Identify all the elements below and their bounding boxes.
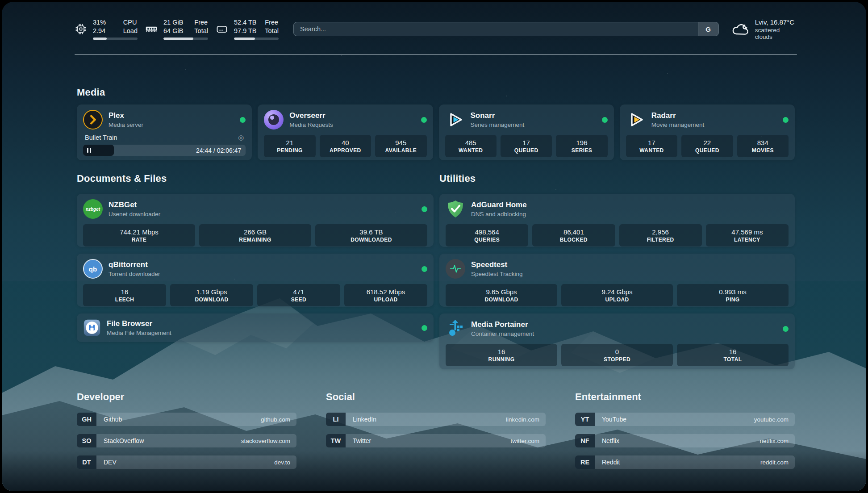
cpu-load-label: Load xyxy=(123,27,138,35)
bookmark-abbr: SO xyxy=(77,434,96,447)
bookmark-group-entertainment: Entertainment YT YouTube youtube.com NF … xyxy=(575,391,795,477)
bookmark-link-reddit[interactable]: RE Reddit reddit.com xyxy=(575,455,795,469)
bookmark-url: dev.to xyxy=(274,455,296,469)
cpu-usage-value: 31% xyxy=(93,18,106,27)
cpu-stat-widget: 31% 2.94 CPU Load xyxy=(75,18,138,40)
app-subtitle: Container management xyxy=(471,330,534,337)
stat-approved: 40APPROVED xyxy=(320,135,371,157)
status-dot xyxy=(783,326,789,332)
bookmark-url: stackoverflow.com xyxy=(241,434,296,447)
bookmark-url: reddit.com xyxy=(760,455,795,469)
stat-filtered: 2,956FILTERED xyxy=(619,224,702,246)
bookmark-link-youtube[interactable]: YT YouTube youtube.com xyxy=(575,413,795,426)
app-subtitle: Movie management xyxy=(651,121,705,128)
stat-downloaded: 39.6 TBDOWNLOADED xyxy=(315,224,427,246)
app-card-speedtest[interactable]: Speedtest Speedtest Tracking 9.65 GbpsDO… xyxy=(439,254,795,307)
cpu-progress-bar xyxy=(93,38,138,40)
app-subtitle: Media File Management xyxy=(107,330,171,336)
stat-queries: 498,564QUERIES xyxy=(446,224,528,246)
disk-free-value: 52.4 TB xyxy=(234,18,257,27)
app-name: AdGuard Home xyxy=(471,201,527,209)
app-name: Overseerr xyxy=(289,111,333,120)
stat-queued: 22QUEUED xyxy=(681,135,733,157)
app-card-filebrowser[interactable]: File Browser Media File Management xyxy=(77,313,434,342)
section-title-documents: Documents & Files xyxy=(77,173,167,184)
background-stars xyxy=(2,2,3,3)
status-dot xyxy=(602,117,608,123)
bookmark-url: youtube.com xyxy=(754,413,795,426)
stat-movies: 834MOVIES xyxy=(737,135,789,157)
bookmark-link-github[interactable]: GH Github github.com xyxy=(77,413,296,426)
app-subtitle: Torrent downloader xyxy=(108,271,160,277)
stat-ping: 0.993 msPING xyxy=(677,284,789,306)
app-name: Plex xyxy=(108,111,143,120)
playback-progress-bar[interactable]: 24:44 / 02:06:47 xyxy=(83,145,246,156)
bookmark-group-social: Social LI LinkedIn linkedin.com TW Twitt… xyxy=(326,391,546,477)
pause-icon[interactable] xyxy=(87,148,91,153)
filebrowser-icon xyxy=(83,319,101,337)
documents-column: nzbget NZBGet Usenet downloader 744.21 M… xyxy=(77,194,434,342)
app-name: Radarr xyxy=(651,111,705,120)
cpu-load-value: 2.94 xyxy=(93,27,106,35)
bookmark-name: Netflix xyxy=(595,434,760,447)
app-subtitle: Media server xyxy=(108,121,143,128)
nzbget-icon: nzbget xyxy=(83,199,103,219)
stat-stopped: 0STOPPED xyxy=(561,344,673,366)
app-card-radarr[interactable]: Radarr Movie management 17WANTED 22QUEUE… xyxy=(620,104,795,160)
bookmarks-section: Developer GH Github github.com SO StackO… xyxy=(77,391,795,477)
section-title-utilities: Utilities xyxy=(439,173,476,184)
app-subtitle: DNS and adblocking xyxy=(471,211,527,217)
bookmark-abbr: YT xyxy=(575,413,595,426)
adguard-icon xyxy=(446,199,465,219)
app-card-sonarr[interactable]: Sonarr Series management 485WANTED 17QUE… xyxy=(439,104,614,160)
memory-stat-widget: 21 GiB 64 GiB Free Total xyxy=(145,18,208,40)
stat-running: 16RUNNING xyxy=(446,344,557,366)
app-card-portainer[interactable]: Media Portainer Container management 16R… xyxy=(439,313,795,369)
status-dot xyxy=(421,117,427,123)
disk-progress-bar xyxy=(234,38,279,40)
media-session-icon[interactable]: ◎ xyxy=(238,134,244,142)
app-subtitle: Series management xyxy=(471,121,525,128)
bookmark-name: Reddit xyxy=(595,455,760,469)
app-card-adguard[interactable]: AdGuard Home DNS and adblocking 498,564Q… xyxy=(439,194,795,247)
cloud-icon xyxy=(731,21,749,37)
bookmark-abbr: RE xyxy=(575,455,595,469)
bookmark-abbr: TW xyxy=(326,434,346,447)
app-card-overseerr[interactable]: Overseerr Media Requests 21PENDING 40APP… xyxy=(258,104,433,160)
bookmark-group-developer: Developer GH Github github.com SO StackO… xyxy=(77,391,296,477)
status-dot xyxy=(421,325,427,331)
stat-pending: 21PENDING xyxy=(264,135,315,157)
app-card-plex[interactable]: Plex Media server Bullet Train ◎ 24:44 /… xyxy=(77,104,252,160)
stat-wanted: 17WANTED xyxy=(626,135,677,157)
app-card-qbittorrent[interactable]: qb qBittorrent Torrent downloader 16LEEC… xyxy=(77,254,434,307)
bookmark-name: LinkedIn xyxy=(346,413,506,426)
bookmark-link-dev[interactable]: DT DEV dev.to xyxy=(77,455,296,469)
bookmark-name: Twitter xyxy=(346,434,510,447)
disk-stat-widget: 52.4 TB 97.9 TB Free Total xyxy=(216,18,279,40)
stat-download: 9.65 GbpsDOWNLOAD xyxy=(446,284,557,306)
stat-upload: 618.52 MbpsUPLOAD xyxy=(344,284,427,306)
stat-download: 1.19 GbpsDOWNLOAD xyxy=(170,284,253,306)
bookmark-name: Github xyxy=(96,413,261,426)
section-title-media: Media xyxy=(77,87,105,98)
weather-condition: scattered clouds xyxy=(755,27,797,40)
search-engine-button[interactable]: G xyxy=(698,22,718,36)
stat-upload: 9.24 GbpsUPLOAD xyxy=(561,284,673,306)
qbittorrent-icon: qb xyxy=(83,259,103,279)
bookmark-url: linkedin.com xyxy=(506,413,546,426)
stat-latency: 47.569 msLATENCY xyxy=(706,224,789,246)
bookmark-link-stackoverflow[interactable]: SO StackOverflow stackoverflow.com xyxy=(77,434,296,447)
bookmark-link-netflix[interactable]: NF Netflix netflix.com xyxy=(575,434,795,447)
bookmark-link-twitter[interactable]: TW Twitter twitter.com xyxy=(326,434,546,447)
memory-total-value: 64 GiB xyxy=(163,27,183,35)
media-cards-row: Plex Media server Bullet Train ◎ 24:44 /… xyxy=(77,104,795,160)
bookmark-name: YouTube xyxy=(595,413,754,426)
bookmark-link-linkedin[interactable]: LI LinkedIn linkedin.com xyxy=(326,413,546,426)
sonarr-icon xyxy=(445,110,465,130)
search-input[interactable] xyxy=(294,22,698,36)
bookmark-name: DEV xyxy=(96,455,274,469)
stat-rate: 744.21 MbpsRATE xyxy=(83,224,195,246)
dashboard-screen: 31% 2.94 CPU Load xyxy=(2,2,866,491)
bookmark-name: StackOverflow xyxy=(96,434,241,447)
app-card-nzbget[interactable]: nzbget NZBGet Usenet downloader 744.21 M… xyxy=(77,194,434,247)
